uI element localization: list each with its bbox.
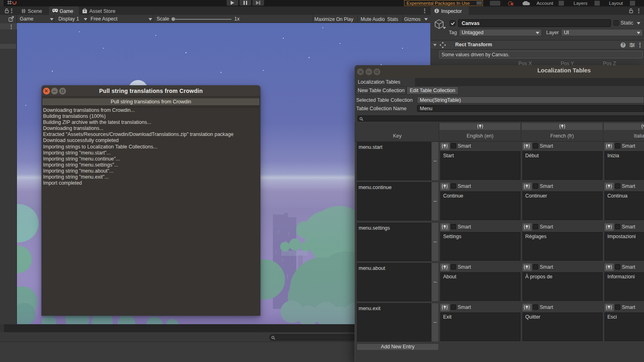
svg-text:?: ? [622,43,624,47]
